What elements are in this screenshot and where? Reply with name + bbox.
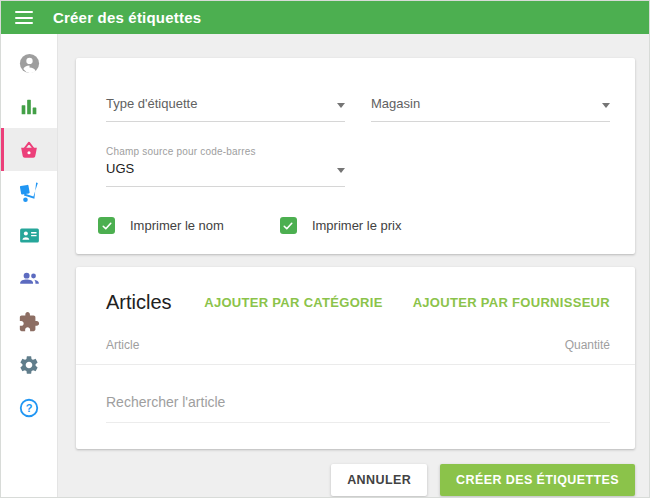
customers-people-icon <box>18 267 41 290</box>
article-search-input[interactable] <box>106 394 610 423</box>
dropdown-arrow-icon <box>337 168 345 173</box>
print-name-checkbox[interactable]: Imprimer le nom <box>98 217 224 234</box>
reports-bar-chart-icon <box>18 96 40 118</box>
sidebar-item-customers[interactable] <box>1 257 57 300</box>
footer-actions: ANNULER CRÉER DES ÉTIQUETTES <box>76 464 635 496</box>
sidebar-item-reports[interactable] <box>1 85 57 128</box>
barcode-source-label: Champ source pour code-barres <box>106 146 345 157</box>
column-article: Article <box>106 338 139 352</box>
inventory-dolly-icon <box>18 181 41 204</box>
checkbox-checked-icon <box>98 217 115 234</box>
help-icon: ? <box>18 397 40 419</box>
sidebar-item-items[interactable] <box>1 128 57 171</box>
sidebar-item-integrations[interactable] <box>1 300 57 343</box>
label-type-select-value: Type d'étiquette <box>106 96 197 111</box>
svg-text:?: ? <box>26 401 33 413</box>
page-title: Créer des étiquettes <box>53 9 201 26</box>
sidebar-item-settings[interactable] <box>1 343 57 386</box>
print-price-label: Imprimer le prix <box>312 218 402 233</box>
add-by-supplier-button[interactable]: AJOUTER PAR FOURNISSEUR <box>398 287 625 318</box>
store-select-value: Magasin <box>371 96 420 111</box>
dropdown-arrow-icon <box>602 103 610 108</box>
integrations-puzzle-icon <box>18 311 40 333</box>
checkbox-checked-icon <box>280 217 297 234</box>
hamburger-menu-icon[interactable] <box>15 11 33 24</box>
articles-table-header: Article Quantité <box>76 318 635 364</box>
sidebar-item-employees[interactable] <box>1 214 57 257</box>
add-by-category-button[interactable]: AJOUTER PAR CATÉGORIE <box>189 287 397 318</box>
articles-card: Articles AJOUTER PAR CATÉGORIE AJOUTER P… <box>76 267 635 449</box>
barcode-source-value: UGS <box>106 161 134 176</box>
app-header: Créer des étiquettes <box>1 1 649 34</box>
store-select[interactable]: Magasin <box>371 94 610 122</box>
dropdown-arrow-icon <box>337 103 345 108</box>
barcode-source-select[interactable]: UGS <box>106 159 345 187</box>
main-content: Type d'étiquette Magasin Champ source po… <box>58 34 649 498</box>
settings-gear-icon <box>18 354 40 376</box>
create-labels-button[interactable]: CRÉER DES ÉTIQUETTES <box>440 464 635 496</box>
sidebar-item-inventory[interactable] <box>1 171 57 214</box>
sidebar-nav: ? <box>1 34 58 498</box>
print-price-checkbox[interactable]: Imprimer le prix <box>280 217 402 234</box>
employee-badge-icon <box>18 224 41 247</box>
sidebar-item-account[interactable] <box>1 42 57 85</box>
label-type-select[interactable]: Type d'étiquette <box>106 94 345 122</box>
sidebar-item-help[interactable]: ? <box>1 386 57 429</box>
column-quantity: Quantité <box>565 338 610 352</box>
items-basket-icon <box>18 139 40 161</box>
account-icon <box>18 52 41 75</box>
print-name-label: Imprimer le nom <box>130 218 224 233</box>
articles-title: Articles <box>106 291 189 314</box>
label-settings-card: Type d'étiquette Magasin Champ source po… <box>76 58 635 254</box>
cancel-button[interactable]: ANNULER <box>331 464 427 496</box>
